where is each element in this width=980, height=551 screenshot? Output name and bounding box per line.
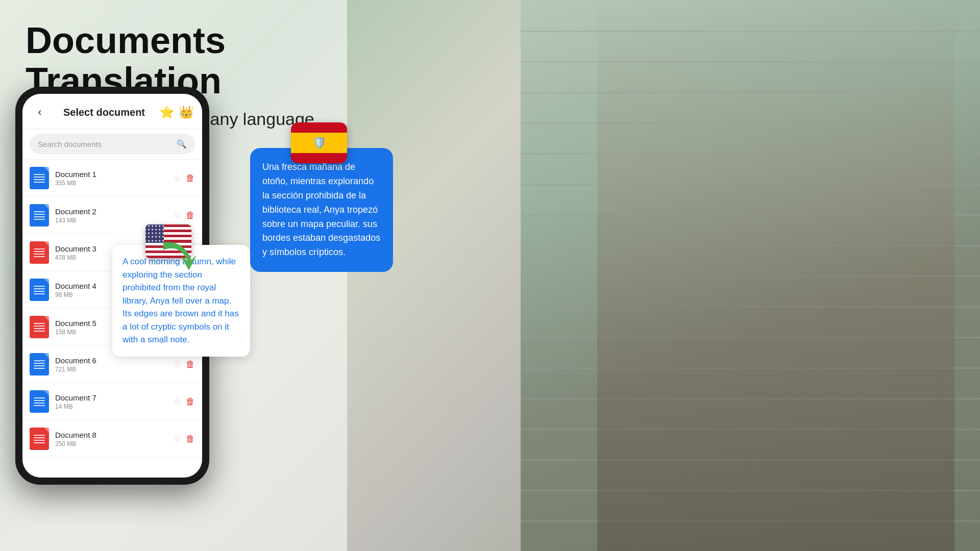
document-delete-button[interactable]: 🗑 (186, 210, 195, 221)
document-info: Document 8250 MB (55, 431, 174, 447)
document-favorite-button[interactable]: ☆ (174, 433, 182, 444)
document-icon (30, 241, 49, 264)
document-name: Document 1 (55, 170, 174, 179)
back-button[interactable]: ‹ (31, 103, 49, 121)
document-actions: ☆🗑 (174, 396, 195, 407)
document-list-item[interactable]: Document 8250 MB☆🗑 (22, 420, 202, 458)
spain-flag-yellow: 🛡️ (291, 133, 347, 153)
document-info: Document 2143 MB (55, 207, 174, 224)
document-info: Document 714 MB (55, 393, 174, 410)
document-icon (30, 353, 49, 375)
document-list-item[interactable]: Document 714 MB☆🗑 (22, 383, 202, 420)
spanish-text-bubble: Una fresca mañana de otoño, mientras exp… (250, 148, 393, 272)
spain-flag-top-red (291, 122, 347, 133)
document-favorite-button[interactable]: ☆ (174, 172, 182, 184)
document-icon (30, 204, 49, 227)
crown-icon[interactable]: 👑 (179, 105, 194, 119)
spain-flag: 🛡️ (291, 122, 347, 163)
woman-figure (597, 0, 954, 551)
phone-header: ‹ Select document ⭐ 👑 (22, 94, 202, 129)
document-icon (30, 279, 49, 301)
translation-arrow-icon (158, 235, 199, 276)
document-icon (30, 390, 49, 413)
document-size: 721 MB (55, 366, 174, 373)
document-favorite-button[interactable]: ☆ (174, 396, 182, 407)
document-delete-button[interactable]: 🗑 (186, 396, 195, 407)
document-actions: ☆🗑 (174, 359, 195, 370)
document-info: Document 1355 MB (55, 170, 174, 187)
search-area: Search documents 🔍 (22, 129, 202, 160)
spain-flag-bottom-red (291, 153, 347, 163)
spanish-bubble-text: Una fresca mañana de otoño, mientras exp… (262, 160, 381, 260)
document-favorite-button[interactable]: ☆ (174, 359, 182, 370)
document-name: Document 7 (55, 393, 174, 402)
document-list-item[interactable]: Document 1355 MB☆🗑 (22, 160, 202, 197)
document-icon (30, 167, 49, 189)
document-size: 355 MB (55, 180, 174, 187)
document-actions: ☆🗑 (174, 433, 195, 444)
phone-title: Select document (63, 107, 145, 118)
document-name: Document 2 (55, 207, 174, 216)
woman-photo-area (521, 0, 980, 551)
document-size: 143 MB (55, 217, 174, 224)
document-delete-button[interactable]: 🗑 (186, 173, 195, 184)
spain-flag-container: 🛡️ (291, 122, 347, 163)
document-info: Document 6721 MB (55, 356, 174, 373)
document-favorite-button[interactable]: ☆ (174, 210, 182, 221)
document-name: Document 6 (55, 356, 174, 365)
spain-coat-of-arms: 🛡️ (312, 136, 326, 149)
phone-header-icons: ⭐ 👑 (159, 105, 194, 119)
document-size: 250 MB (55, 440, 174, 447)
search-box[interactable]: Search documents 🔍 (30, 134, 195, 154)
search-placeholder: Search documents (38, 140, 102, 148)
favorite-star-icon[interactable]: ⭐ (159, 105, 175, 119)
back-icon: ‹ (38, 106, 41, 119)
document-icon (30, 428, 49, 450)
document-size: 14 MB (55, 403, 174, 410)
document-name: Document 8 (55, 431, 174, 439)
document-delete-button[interactable]: 🗑 (186, 434, 195, 444)
translation-arrow-container (158, 235, 199, 278)
document-delete-button[interactable]: 🗑 (186, 359, 195, 370)
search-icon: 🔍 (177, 139, 187, 149)
document-actions: ☆🗑 (174, 172, 195, 184)
document-actions: ☆🗑 (174, 210, 195, 221)
document-icon (30, 316, 49, 338)
